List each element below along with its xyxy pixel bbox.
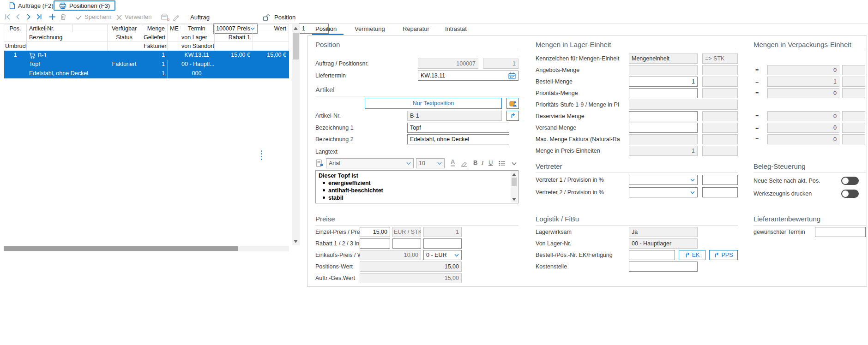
bestell-menge-input[interactable]: 1 — [629, 77, 698, 87]
panel-splitter[interactable] — [261, 150, 262, 160]
next-record-icon[interactable] — [25, 13, 32, 20]
format-eraser-icon[interactable] — [461, 160, 468, 167]
toolbar-overflow-chevron-icon[interactable] — [512, 162, 517, 166]
col-header-wert[interactable]: Wert — [253, 24, 289, 33]
tab-auftraege[interactable]: Aufträge (F2) — [5, 0, 58, 11]
save-check-icon[interactable] — [76, 15, 82, 20]
delete-icon[interactable] — [60, 13, 66, 20]
scroll-down-icon[interactable] — [293, 239, 298, 244]
scroll-up-icon[interactable] — [512, 172, 517, 177]
kostenstelle-input[interactable] — [629, 262, 698, 272]
col-header-von-lager[interactable]: von Lager — [179, 33, 215, 42]
table-row[interactable]: Topf Fakturiert 1 00 - Hauptl... — [4, 60, 289, 69]
cell-von-standort: 000 — [179, 69, 215, 78]
reservierte-menge-input[interactable] — [629, 111, 698, 121]
provision2-input[interactable] — [702, 187, 738, 197]
col-header-fakturiert[interactable]: Fakturiert — [141, 42, 168, 51]
col-header-bezeichnung[interactable]: Bezeichnung — [27, 33, 108, 42]
cell-bezeichnung2: Edelstahl, ohne Deckel — [27, 69, 108, 78]
certificate-toggle[interactable] — [841, 190, 859, 198]
pps-button[interactable]: PPS — [709, 250, 738, 260]
col-header-menge[interactable]: Menge — [141, 24, 168, 33]
col-header-umbruch[interactable]: Umbruch — [4, 42, 27, 51]
unit-price-input[interactable]: 15,00 — [360, 227, 390, 237]
scrollbar-thumb[interactable] — [4, 246, 238, 251]
panel-tab-reparatur[interactable]: Reparatur — [403, 25, 429, 32]
tab-positionen[interactable]: Positionen (F3) — [54, 0, 115, 11]
vertreter2-combobox[interactable] — [629, 187, 698, 197]
col-header-von-standort[interactable]: von Standort — [179, 42, 215, 51]
add-icon[interactable] — [49, 13, 56, 20]
unlock-icon[interactable] — [262, 14, 270, 21]
bezeichnung1-input[interactable]: Topf — [407, 123, 509, 133]
col-header-pos[interactable]: Pos. — [4, 24, 27, 33]
scrollbar-thumb[interactable] — [512, 178, 517, 186]
col-header-rabatt1[interactable]: Rabatt 1 — [215, 33, 253, 42]
delivery-date-input[interactable]: KW.13.11 — [418, 71, 518, 81]
col-header-status[interactable]: Status — [108, 33, 141, 42]
position-label: Position — [274, 14, 295, 21]
versand-menge-label: Versand-Menge — [536, 123, 576, 133]
ek-button[interactable]: EK — [679, 250, 705, 260]
bold-icon[interactable]: B — [473, 159, 477, 166]
discount-label: Rabatt 1 / 2 / 3 in % — [315, 238, 366, 249]
discount1-input[interactable] — [360, 238, 390, 249]
text-module-icon[interactable] — [315, 159, 323, 167]
gewuenschter-termin-input[interactable] — [815, 227, 866, 237]
new-page-toggle[interactable] — [841, 177, 859, 185]
vertreter1-combobox[interactable] — [629, 175, 698, 185]
langtext-bullet-line: antihaft-beschichtet — [319, 187, 510, 194]
provision1-input[interactable] — [702, 175, 738, 185]
scroll-down-icon[interactable] — [512, 197, 517, 202]
discount3-input[interactable] — [423, 238, 462, 249]
grid-vertical-scrollbar[interactable] — [292, 24, 300, 245]
col-header-me[interactable]: ME — [168, 24, 179, 33]
edit-note-icon[interactable] — [173, 13, 180, 21]
discard-button[interactable]: Verwerfen — [125, 13, 152, 20]
goto-article-button[interactable] — [506, 111, 519, 121]
scrollbar-thumb[interactable] — [293, 33, 299, 59]
bestell-pos-nr-input[interactable] — [629, 250, 675, 260]
versand-menge-input[interactable] — [629, 123, 698, 133]
col-header-geliefert[interactable]: Geliefert — [141, 33, 168, 42]
bullet-list-icon[interactable] — [499, 161, 506, 166]
discount2-input[interactable] — [392, 238, 421, 249]
calendar-icon[interactable] — [508, 72, 516, 79]
text-position-button[interactable]: Nur Textposition — [365, 98, 502, 109]
currency-combobox[interactable]: 0 - EUR — [423, 250, 462, 260]
article-info-button[interactable] — [506, 98, 519, 109]
save-button[interactable]: Speichern — [84, 13, 112, 20]
font-family-combobox[interactable]: Arial — [326, 158, 414, 168]
col-header-artikel-nr[interactable]: Artikel-Nr. — [27, 24, 108, 33]
table-row[interactable]: Edelstahl, ohne Deckel 1 000 — [4, 69, 289, 78]
first-record-icon[interactable] — [5, 13, 12, 20]
grid-horizontal-scrollbar[interactable] — [4, 246, 289, 251]
langtext-editor[interactable]: Dieser Topf ist energieeffizient antihaf… — [315, 170, 518, 203]
table-row[interactable]: 1 B-1 1 KW.13.11 15,00 € 15,00 € — [4, 51, 289, 60]
panel-tab-vermietung[interactable]: Vermietung — [355, 25, 385, 32]
last-record-icon[interactable] — [35, 13, 42, 20]
section-rule — [315, 51, 518, 51]
chevron-down-icon — [437, 162, 442, 165]
previous-record-icon[interactable] — [15, 13, 22, 20]
currency-per-unit-field: EUR / STK — [392, 227, 421, 237]
discard-x-icon[interactable] — [116, 15, 122, 20]
print-position-icon[interactable] — [161, 13, 169, 21]
font-size-combobox[interactable]: 10 — [416, 158, 445, 168]
col-header-verfuegbar[interactable]: Verfügbar — [108, 24, 141, 33]
col-header-empty — [215, 42, 253, 51]
col-header-termin[interactable]: Termin — [179, 24, 215, 33]
langtext-line: Dieser Topf ist — [319, 172, 510, 179]
col-header-preis[interactable]: Preis — [215, 24, 253, 33]
underline-icon[interactable]: U — [488, 159, 493, 166]
certificate-label: Werkszeugnis drucken — [753, 189, 812, 199]
italic-icon[interactable]: I — [482, 159, 483, 167]
section-rule — [753, 225, 866, 226]
panel-tab-intrastat[interactable]: Intrastat — [445, 25, 467, 32]
editor-scrollbar[interactable] — [511, 171, 518, 202]
panel-tab-position[interactable]: Position — [315, 25, 337, 32]
scroll-up-icon[interactable] — [293, 26, 298, 31]
font-color-icon[interactable]: A — [451, 159, 455, 167]
prioritaets-menge-input[interactable] — [629, 88, 698, 98]
bezeichnung2-input[interactable]: Edelstahl, ohne Deckel — [407, 134, 509, 144]
